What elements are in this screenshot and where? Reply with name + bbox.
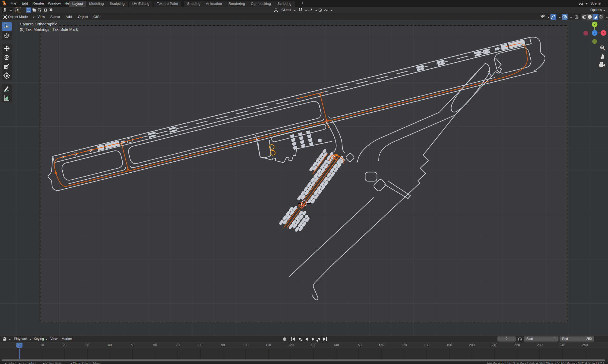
svg-text:Z: Z <box>594 31 596 35</box>
svg-text:X: X <box>602 31 605 35</box>
svg-text:Y: Y <box>594 23 596 26</box>
